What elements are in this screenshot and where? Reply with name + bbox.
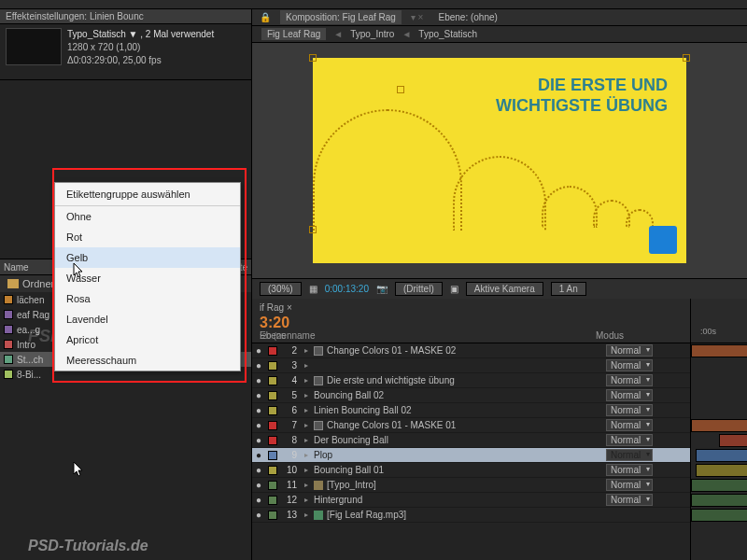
context-menu-item[interactable]: Rosa — [55, 288, 240, 309]
breadcrumb-item[interactable]: Typo_Statisch — [418, 29, 477, 39]
label-context-menu[interactable]: Etikettengruppe auswählen OhneRotGelbWas… — [54, 182, 241, 371]
timeline-comp-tab[interactable]: if Rag × — [260, 302, 683, 313]
transform-handle[interactable] — [683, 54, 690, 62]
layer-name[interactable]: ▸Bouncing Ball 02 — [301, 390, 606, 400]
blend-mode-dropdown[interactable]: Normal — [606, 434, 653, 446]
transform-handle[interactable] — [309, 54, 317, 62]
layer-name[interactable]: ▸Plop — [301, 450, 606, 460]
layer-name[interactable]: ▸[Fig Leaf Rag.mp3] — [301, 510, 606, 520]
layer-row[interactable]: ● 4 ▸Die erste und wichtigste übung Norm… — [252, 373, 690, 388]
layer-duration-bar[interactable] — [696, 464, 747, 477]
motion-path-arc[interactable] — [542, 186, 598, 228]
visibility-toggle[interactable]: ● — [252, 510, 265, 520]
visibility-toggle[interactable]: ● — [252, 345, 265, 356]
layer-name[interactable]: ▸[Typo_Intro] — [301, 480, 606, 490]
visibility-toggle[interactable]: ● — [252, 390, 265, 400]
snapshot-icon[interactable]: 📷 — [376, 284, 388, 294]
toggle-icon[interactable]: ▣ — [450, 284, 458, 294]
layer-name[interactable]: ▸Linien Bouncing Ball 02 — [301, 405, 606, 415]
breadcrumb-item[interactable]: Fig Leaf Rag — [261, 28, 326, 40]
layer-row[interactable]: ● 2 ▸Change Colors 01 - MASKE 02 Normal — [252, 343, 690, 358]
visibility-toggle[interactable]: ● — [252, 435, 265, 445]
label-chip[interactable] — [268, 466, 277, 475]
layer-row[interactable]: ● 6 ▸Linien Bouncing Ball 02 Normal — [252, 403, 690, 418]
layer-name[interactable]: ▸Bouncing Ball 01 — [301, 465, 606, 475]
context-menu-item[interactable]: Meeresschaum — [55, 350, 240, 371]
timecode-display[interactable]: 0:00:13:20 — [325, 284, 369, 294]
path-vertex[interactable] — [397, 86, 404, 93]
blend-mode-dropdown[interactable]: Normal — [606, 359, 653, 371]
layer-duration-bar[interactable] — [719, 434, 747, 447]
blend-mode-dropdown[interactable]: Normal — [606, 374, 653, 386]
label-chip[interactable] — [268, 511, 277, 520]
col-name[interactable]: Name — [4, 262, 29, 273]
layer-row[interactable]: ● 13 ▸[Fig Leaf Rag.mp3] — [252, 508, 690, 523]
viewport[interactable]: DIE ERSTE UND WICHTIGSTE ÜBUNG — [252, 43, 747, 278]
label-chip[interactable] — [268, 391, 277, 400]
blend-mode-dropdown[interactable]: Normal — [606, 449, 653, 461]
layer-duration-bar[interactable] — [691, 494, 747, 507]
layer-duration-bar[interactable] — [696, 449, 747, 462]
layer-name[interactable]: ▸ — [301, 361, 606, 370]
layer-duration-bar[interactable] — [691, 509, 747, 522]
layer-row[interactable]: ● 5 ▸Bouncing Ball 02 Normal — [252, 388, 690, 403]
blend-mode-dropdown[interactable]: Normal — [606, 389, 653, 401]
layer-name[interactable]: ▸Change Colors 01 - MASKE 01 — [301, 420, 606, 430]
context-menu-item[interactable]: Gelb — [55, 247, 240, 268]
layer-duration-bar[interactable] — [691, 344, 747, 357]
zoom-dropdown[interactable]: (30%) — [260, 282, 302, 296]
context-menu-header[interactable]: Etikettengruppe auswählen — [55, 183, 240, 206]
views-dropdown[interactable]: 1 An — [551, 282, 586, 296]
layer-row[interactable]: ● 7 ▸Change Colors 01 - MASKE 01 Normal — [252, 418, 690, 433]
visibility-toggle[interactable]: ● — [252, 480, 265, 490]
blend-mode-dropdown[interactable]: Normal — [606, 344, 653, 357]
label-chip[interactable] — [268, 421, 277, 430]
resolution-dropdown[interactable]: (Drittel) — [395, 282, 443, 296]
motion-path-arc[interactable] — [453, 156, 546, 231]
layer-duration-bar[interactable] — [691, 479, 747, 492]
label-chip[interactable] — [268, 346, 277, 356]
layer-name[interactable]: ▸Die erste und wichtigste übung — [301, 375, 606, 385]
layer-row[interactable]: ● 10 ▸Bouncing Ball 01 Normal — [252, 463, 690, 478]
layer-row[interactable]: ● 12 ▸Hintergrund Normal — [252, 493, 690, 508]
tab-layer[interactable]: Ebene: (ohne) — [432, 10, 502, 24]
blend-mode-dropdown[interactable]: Normal — [606, 479, 653, 491]
layer-name[interactable]: ▸Hintergrund — [301, 495, 606, 505]
layer-name[interactable]: ▸Change Colors 01 - MASKE 02 — [301, 345, 606, 356]
blend-mode-dropdown[interactable]: Normal — [606, 404, 653, 416]
blend-mode-dropdown[interactable]: Normal — [606, 419, 653, 431]
context-menu-item[interactable]: Wasser — [55, 268, 240, 288]
layer-row[interactable]: ● 9 ▸Plop Normal — [252, 448, 690, 463]
motion-path-arc[interactable] — [626, 209, 654, 228]
visibility-toggle[interactable]: ● — [252, 420, 265, 430]
visibility-toggle[interactable]: ● — [252, 360, 265, 371]
layer-row[interactable]: ● 3 ▸ Normal — [252, 358, 690, 373]
camera-dropdown[interactable]: Aktive Kamera — [466, 282, 543, 296]
label-chip[interactable] — [268, 376, 277, 385]
transform-handle[interactable] — [309, 226, 317, 233]
layer-row[interactable]: ● 8 ▸Der Bouncing Ball Normal — [252, 433, 690, 448]
time-ruler[interactable]: :00s 15s 00:30s — [691, 299, 747, 343]
visibility-toggle[interactable]: ● — [252, 375, 265, 385]
visibility-toggle[interactable]: ● — [252, 495, 265, 505]
effect-panel-tab[interactable]: Effekteinstellungen: Linien Bounc — [0, 9, 251, 24]
visibility-toggle[interactable]: ● — [252, 405, 265, 415]
composition-canvas[interactable]: DIE ERSTE UND WICHTIGSTE ÜBUNG — [313, 58, 686, 263]
label-chip[interactable] — [268, 406, 277, 415]
label-chip[interactable] — [268, 496, 277, 505]
motion-path-arc[interactable] — [593, 200, 630, 228]
label-chip[interactable] — [268, 361, 277, 371]
label-chip[interactable] — [268, 451, 277, 460]
tab-composition[interactable]: Komposition: Fig Leaf Rag — [280, 10, 402, 24]
motion-path-arc[interactable] — [313, 109, 462, 231]
context-menu-item[interactable]: Apricot — [55, 329, 240, 350]
grid-icon[interactable]: ▦ — [309, 284, 317, 294]
visibility-toggle[interactable]: ● — [252, 465, 265, 475]
ball-layer[interactable] — [649, 226, 677, 254]
blend-mode-dropdown[interactable]: Normal — [606, 464, 653, 476]
label-chip[interactable] — [268, 436, 277, 445]
context-menu-item[interactable]: Rot — [55, 227, 240, 247]
current-time[interactable]: 3:20 — [260, 315, 683, 331]
context-menu-item[interactable]: Ohne — [55, 206, 240, 227]
layer-row[interactable]: ● 11 ▸[Typo_Intro] Normal — [252, 478, 690, 493]
